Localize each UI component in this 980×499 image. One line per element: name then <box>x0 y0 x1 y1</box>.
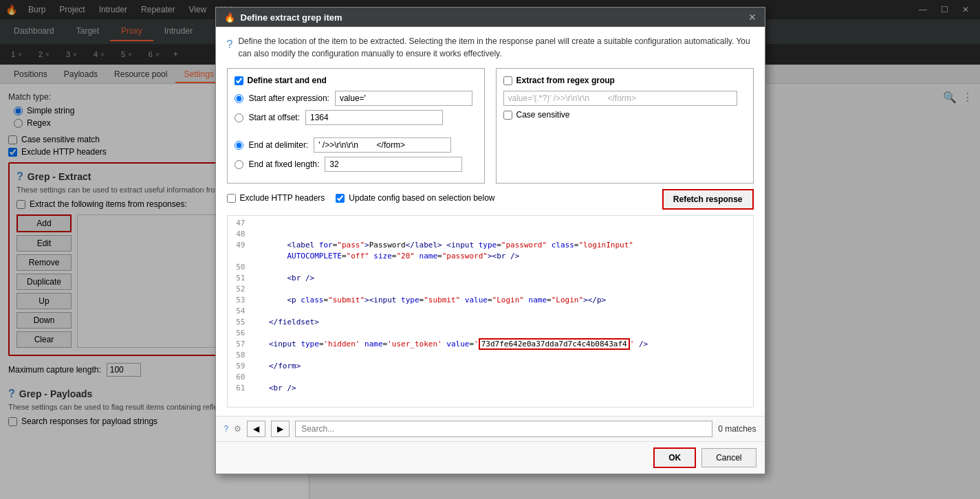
end-fixed-row: End at fixed length: <box>235 157 477 172</box>
define-start-end-label: Define start and end <box>248 76 327 85</box>
line-num-54: 54 <box>230 307 251 315</box>
exclude-http-modal-checkbox[interactable] <box>227 194 236 203</box>
line-num-47: 47 <box>230 219 251 228</box>
code-line-49b: AUTOCOMPLETE="off" size="20" name="passw… <box>230 252 750 263</box>
info-icon: ? <box>227 36 233 53</box>
line-content-51: <br /> <box>251 274 750 282</box>
update-config-label: Update config based on selection below <box>349 193 494 203</box>
code-line-50: 50 <box>230 263 750 274</box>
line-num-50: 50 <box>230 263 251 271</box>
modal-info-text: Define the location of the item to be ex… <box>238 35 753 60</box>
define-start-end-box: Define start and end Start after express… <box>227 68 485 184</box>
modal-title-area: 🔥 Define extract grep item <box>224 12 342 23</box>
refetch-button[interactable]: Refetch response <box>662 189 754 210</box>
line-num-48: 48 <box>230 230 251 239</box>
extract-regex-box: Extract from regex group Case sensitive <box>496 68 754 184</box>
exclude-http-modal-label: Exclude HTTP headers <box>240 193 325 203</box>
modal-close-button[interactable]: ✕ <box>748 12 756 23</box>
code-line-58: 58 <box>230 351 750 362</box>
line-num-59: 59 <box>230 362 251 370</box>
cancel-button[interactable]: Cancel <box>701 448 756 467</box>
line-content-55: </fieldset> <box>251 318 750 326</box>
extract-regex-checkbox[interactable] <box>503 76 512 85</box>
code-line-60: 60 <box>230 373 750 384</box>
line-num-53: 53 <box>230 296 251 304</box>
highlighted-token: 73d7fe642e0a37dda7d7c4c4b0843af4 <box>479 338 630 350</box>
extract-regex-title: Extract from regex group <box>503 76 746 85</box>
modal-search-footer: ? ⚙ ◀ ▶ 0 matches <box>216 416 765 441</box>
modal-info: ? Define the location of the item to be … <box>227 35 754 60</box>
code-line-55: 55 </fieldset> <box>230 318 750 329</box>
line-content-49: <label for="pass">Password</label> <inpu… <box>251 241 750 250</box>
end-fixed-input[interactable] <box>325 157 462 172</box>
extract-regex-label: Extract from regex group <box>516 76 615 85</box>
line-content-49b: AUTOCOMPLETE="off" size="20" name="passw… <box>251 252 750 260</box>
line-num-61: 61 <box>230 384 251 392</box>
start-after-input[interactable] <box>335 91 472 106</box>
line-content-61: <br /> <box>251 384 750 392</box>
update-config-row[interactable]: Update config based on selection below <box>336 193 494 203</box>
modal-body: ? Define the location of the item to be … <box>216 27 765 416</box>
start-offset-radio[interactable] <box>235 113 243 122</box>
line-num-52: 52 <box>230 285 251 293</box>
line-content-53: <p class="submit"><input type="submit" v… <box>251 296 750 304</box>
code-line-48: 48 <box>230 230 750 241</box>
modal-icon: 🔥 <box>224 12 235 23</box>
line-num-60: 60 <box>230 373 251 381</box>
start-offset-label: Start at offset: <box>249 113 300 122</box>
code-view[interactable]: 47 48 49 <label for="pass">Password</lab… <box>227 215 754 408</box>
line-num-58: 58 <box>230 351 251 359</box>
start-offset-row: Start at offset: <box>235 110 477 125</box>
start-offset-input[interactable] <box>305 110 443 125</box>
exclude-http-modal-row[interactable]: Exclude HTTP headers <box>227 193 325 203</box>
ok-button[interactable]: OK <box>653 447 696 468</box>
code-line-49: 49 <label for="pass">Password</label> <i… <box>230 241 750 252</box>
matches-text: 0 matches <box>718 424 756 434</box>
nav-back-button[interactable]: ◀ <box>247 421 265 437</box>
end-delim-radio[interactable] <box>235 141 243 150</box>
modal-dialog: 🔥 Define extract grep item ✕ ? Define th… <box>215 7 765 474</box>
define-row: Define start and end Start after express… <box>227 68 754 184</box>
line-num-55: 55 <box>230 318 251 326</box>
start-after-label: Start after expression: <box>249 93 329 103</box>
modal-action-footer: OK Cancel <box>216 441 765 474</box>
footer-settings-icon[interactable]: ⚙ <box>234 424 241 434</box>
define-start-end-title: Define start and end <box>235 76 477 85</box>
case-sensitive-regex-checkbox[interactable] <box>503 111 512 120</box>
line-num-49: 49 <box>230 241 251 250</box>
update-config-checkbox[interactable] <box>336 194 345 203</box>
code-line-51: 51 <br /> <box>230 274 750 285</box>
end-delim-input[interactable] <box>314 137 451 153</box>
code-line-57: 57 <input type='hidden' name='user_token… <box>230 340 750 351</box>
line-num-56: 56 <box>230 329 251 337</box>
code-line-53: 53 <p class="submit"><input type="submit… <box>230 296 750 307</box>
modal-titlebar: 🔥 Define extract grep item ✕ <box>216 8 765 27</box>
line-content-57: <input type='hidden' name='user_token' v… <box>251 340 750 348</box>
line-content-59: </form> <box>251 362 750 370</box>
case-sensitive-regex-label: Case sensitive <box>516 110 570 120</box>
define-start-end-checkbox[interactable] <box>235 76 243 85</box>
end-delim-label: End at delimiter: <box>249 140 309 150</box>
code-line-47: 47 <box>230 219 750 230</box>
end-fixed-radio[interactable] <box>235 160 243 169</box>
code-line-59: 59 </form> <box>230 362 750 373</box>
code-line-52: 52 <box>230 285 750 296</box>
nav-forward-button[interactable]: ▶ <box>271 421 290 437</box>
regex-value-row <box>503 91 746 106</box>
footer-help-icon[interactable]: ? <box>224 424 229 434</box>
code-line-61: 61 <br /> <box>230 384 750 395</box>
regex-value-input[interactable] <box>503 91 737 106</box>
search-input[interactable] <box>295 421 712 437</box>
case-sensitive-regex-row[interactable]: Case sensitive <box>503 110 746 120</box>
modal-title: Define extract grep item <box>241 12 342 23</box>
end-fixed-label: End at fixed length: <box>249 159 320 169</box>
code-line-54: 54 <box>230 307 750 318</box>
line-num-51: 51 <box>230 274 251 282</box>
options-row: Exclude HTTP headers Update config based… <box>227 189 754 210</box>
end-delim-row: End at delimiter: <box>235 137 477 153</box>
start-after-expr-row: Start after expression: <box>235 91 477 106</box>
line-num-57: 57 <box>230 340 251 348</box>
start-after-radio[interactable] <box>235 94 243 103</box>
modal-overlay: 🔥 Define extract grep item ✕ ? Define th… <box>0 0 980 499</box>
